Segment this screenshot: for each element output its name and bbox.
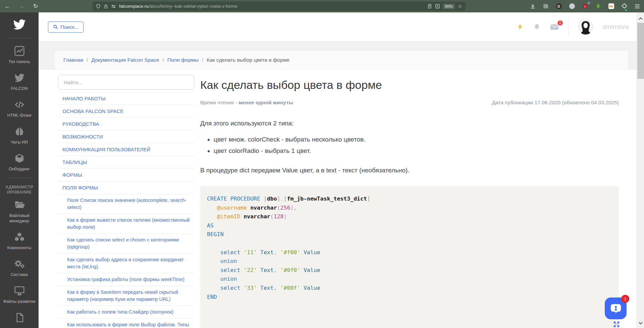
code-line: union: [207, 257, 612, 266]
bookmark-star-icon[interactable]: ☆: [458, 3, 462, 9]
content: НАЧАЛО РАБОТЫОСНОВА FALCON SPACEРУКОВОДС…: [39, 70, 637, 328]
sidebar-item-Файлы разметки[interactable]: Файлы разметки: [0, 281, 39, 308]
page-title: Как сделать выбор цвета в форме: [200, 78, 619, 92]
gray-extension-icon[interactable]: [569, 3, 575, 10]
breadcrumb-link[interactable]: Документация Falcon Space: [91, 57, 159, 63]
docs-nav-subitem[interactable]: Установка графика работы (поле формы wee…: [58, 273, 194, 286]
url-bar[interactable]: falconspace.ru/docs/formy--kak-sdelat-vy…: [93, 2, 466, 11]
docs-nav-section[interactable]: ОСНОВА FALCON SPACE: [58, 105, 194, 118]
sidebar-item-Чаты ИИ[interactable]: Чаты ИИ: [0, 122, 39, 149]
username[interactable]: smirnova: [603, 23, 629, 31]
intro-paragraph: Для этого используются 2 типа:: [200, 120, 619, 127]
app-sidebar: Тех панельFALCONHTML-блокиЧаты ИИОнборди…: [0, 12, 39, 328]
sidebar-item-label: Файлы разметки: [3, 299, 36, 304]
shield-icon[interactable]: [96, 4, 101, 9]
docs-nav-section[interactable]: ВОЗМОЖНОСТИ: [58, 130, 194, 143]
scrollbar-thumb[interactable]: [637, 23, 644, 79]
sidebar-item-Онбординг[interactable]: Онбординг: [0, 149, 39, 176]
sidebar-item-label: Тех панель: [8, 59, 30, 64]
rail-divider: [6, 38, 33, 38]
back-icon[interactable]: ←: [3, 3, 11, 10]
falcon-logo[interactable]: [0, 12, 39, 36]
docs-nav-subitem[interactable]: Как в форме вывести список галочек (множ…: [58, 214, 194, 234]
save-page-icon[interactable]: [435, 4, 440, 9]
rail-divider: [6, 178, 33, 178]
breadcrumb-link[interactable]: Поля формы: [167, 57, 199, 63]
code-line: select '11' Text, '#f00' Value: [207, 248, 612, 257]
docs-nav-section[interactable]: КОММУНИКАЦИЯ ПОЛЬЗОВАТЕЛЕЙ: [58, 143, 194, 156]
chat-bubble-icon: [609, 302, 622, 315]
mail-badge: 1: [557, 20, 563, 25]
sidebar-item-document[interactable]: [0, 308, 39, 327]
breadcrumb: Главная/Документация Falcon Space/Поля ф…: [63, 57, 289, 63]
messages-mail-icon[interactable]: 1: [550, 23, 559, 31]
breadcrumb-band: Главная/Документация Falcon Space/Поля ф…: [39, 42, 637, 70]
scroll-down-icon[interactable]: [637, 319, 644, 327]
zoom-level-badge[interactable]: 90%: [443, 4, 455, 9]
sidebar-item-Тех панель[interactable]: Тех панель: [0, 42, 39, 68]
browser-toolbar: ← → ↻ falconspace.ru/docs/formy--kak-sde…: [0, 0, 644, 12]
library-icon[interactable]: [542, 3, 549, 10]
url-text[interactable]: falconspace.ru/docs/formy--kak-sdelat-vy…: [119, 4, 424, 9]
docs-nav-section[interactable]: РУКОВОДСТВА: [58, 118, 194, 130]
menu-icon[interactable]: [634, 3, 641, 10]
docs-nav-section[interactable]: ТАБЛИЦЫ: [58, 156, 194, 169]
breadcrumb-separator: /: [202, 57, 203, 63]
docs-nav-subitem[interactable]: Как сделать списки select и chosen с кат…: [58, 234, 194, 254]
ok-social-icon[interactable]: OK: [608, 3, 614, 10]
code-line: CREATE PROCEDURE [dbo].[fm_jb-newTask_te…: [207, 195, 612, 204]
sql-code-block: CREATE PROCEDURE [dbo].[fm_jb-newTask_te…: [200, 186, 619, 328]
code-line: @username nvarchar(256),: [207, 204, 612, 213]
publish-date: Дата публикации 17.06.2020 (обновлено 04…: [492, 100, 619, 106]
sidebar-item-label: Система: [11, 272, 28, 277]
docs-nav-subitem[interactable]: Как работать с полем типа Слайдер (ползу…: [58, 306, 194, 319]
sidebar-item-label: Чаты ИИ: [11, 140, 28, 145]
sidebar-item-label: Компоненты: [7, 245, 31, 251]
chat-badge: 1: [621, 295, 629, 303]
adblock-badge: 2: [587, 1, 591, 5]
lock-icon[interactable]: [104, 4, 108, 9]
code-line: BEGIN: [207, 230, 612, 239]
sidebar-item-label: FALCON: [11, 86, 28, 91]
docs-nav-section[interactable]: ПОЛЯ ФОРМЫ: [58, 181, 194, 194]
code-icon: [13, 99, 26, 110]
sidebar-item-FALCON[interactable]: FALCON: [0, 68, 39, 95]
puzzle-extension-icon[interactable]: [621, 3, 628, 10]
sidebar-item-HTML-блоки[interactable]: HTML-блоки: [0, 95, 39, 122]
permissions-icon[interactable]: [111, 4, 116, 8]
bird-icon: [13, 72, 25, 84]
code-line: [207, 239, 612, 248]
sidebar-item-Файловый менеджер[interactable]: Файловый менеджер: [0, 196, 39, 228]
app-header: Поиск... 1 smirnova: [39, 12, 637, 42]
screen: ← → ↻ falconspace.ru/docs/formy--kak-sde…: [0, 0, 644, 328]
reload-icon[interactable]: ↻: [32, 3, 40, 10]
sidebar-item-Система[interactable]: Система: [0, 255, 39, 281]
forward-icon[interactable]: →: [17, 3, 25, 10]
sidebar-item-label: Онбординг: [9, 166, 30, 172]
breadcrumb-link[interactable]: Главная: [63, 57, 83, 63]
search-button[interactable]: Поиск...: [48, 21, 84, 33]
avatar[interactable]: [578, 19, 593, 35]
adblock-shield-icon[interactable]: b2: [582, 3, 588, 10]
scroll-up-icon[interactable]: [637, 14, 644, 22]
docs-nav-subitem[interactable]: Как использовать в форме поле Выбор файл…: [58, 319, 194, 328]
docs-nav-subitem[interactable]: Как в форму в SaveItem передать некий ск…: [58, 286, 194, 306]
chat-widget-button[interactable]: 1: [605, 297, 627, 319]
green-arrow-icon[interactable]: [595, 3, 601, 10]
code-line: END: [207, 293, 612, 302]
notifications-bell-icon[interactable]: [533, 23, 541, 31]
darkreader-icon[interactable]: D: [555, 3, 562, 10]
docs-search-input[interactable]: [58, 75, 194, 90]
reader-mode-icon[interactable]: [427, 4, 432, 9]
download-icon[interactable]: [529, 3, 536, 10]
docs-nav-section[interactable]: НАЧАЛО РАБОТЫ: [58, 92, 194, 105]
docs-nav-section[interactable]: ФОРМЫ: [58, 169, 194, 181]
docs-nav-subitem[interactable]: Поле Список поиска значения (autocomplet…: [58, 194, 194, 214]
expand-fullscreen-icon[interactable]: [613, 321, 620, 328]
quick-actions-icon[interactable]: [517, 23, 524, 31]
docs-nav-subitem[interactable]: Как сделать выбор адреса и сохранение ко…: [58, 254, 194, 273]
folder-open-icon: [13, 199, 26, 211]
article: Как сделать выбор цвета в форме Время чт…: [200, 70, 619, 328]
page-scrollbar[interactable]: [637, 12, 644, 328]
sidebar-item-Компоненты[interactable]: Компоненты: [0, 228, 39, 255]
